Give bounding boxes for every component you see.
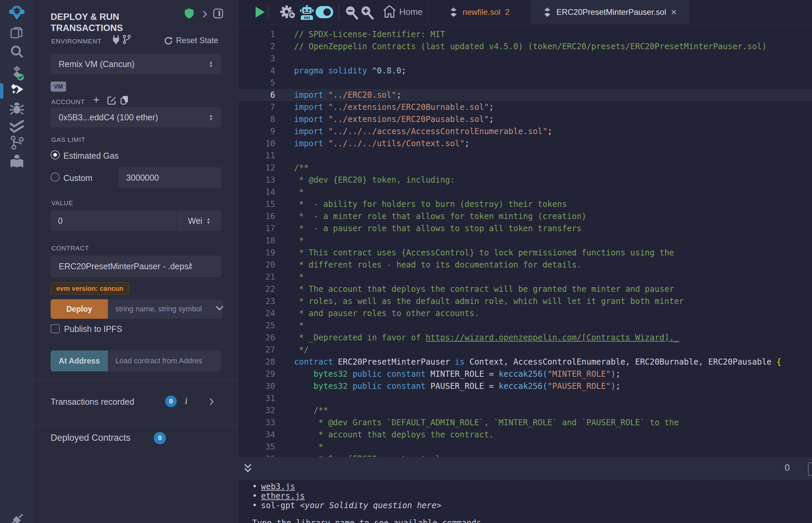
terminal-line: Type the library name to see available c… — [252, 518, 812, 523]
line-number: 9 — [239, 125, 275, 138]
code-line-33[interactable]: 33 * @dev Grants `DEFAULT_ADMIN_ROLE`, `… — [239, 416, 812, 429]
publish-ipfs-label[interactable]: Publish to IPFS — [64, 324, 122, 334]
account-select[interactable]: 0x5B3...eddC4 (100 ether) ▲▼ — [51, 107, 221, 127]
code-line-34[interactable]: 34 * account that deploys the contract. — [239, 429, 812, 441]
code-line-25[interactable]: 25 * — [239, 320, 812, 331]
reset-state-button[interactable]: Reset State — [176, 36, 218, 45]
code-text: contract ERC20PresetMinterPauser is Cont… — [275, 356, 781, 368]
line-number: 30 — [239, 380, 275, 392]
at-address-input[interactable] — [108, 350, 221, 371]
terminal-collapse-icon[interactable] — [244, 462, 252, 474]
tab-newfile[interactable]: newfile.sol 2 — [428, 0, 531, 24]
add-account-icon[interactable]: + — [93, 94, 100, 105]
zoom-out-icon[interactable] — [345, 5, 358, 20]
code-text: * — [275, 271, 304, 283]
solidity-analyzers-icon[interactable] — [0, 119, 34, 135]
code-line-19[interactable]: 19 * This contract uses {AccessControl} … — [239, 247, 812, 259]
code-line-1[interactable]: 1// SPDX-License-Identifier: MIT — [239, 28, 812, 40]
code-line-35[interactable]: 35 * — [239, 441, 812, 453]
close-tab-icon[interactable]: × — [671, 7, 677, 17]
code-line-10[interactable]: 10import "../../../utils/Context.sol"; — [239, 138, 812, 150]
code-line-32[interactable]: 32 /** — [239, 404, 812, 416]
search-icon[interactable] — [0, 44, 34, 60]
code-text: * @dev {ERC20} token, including: — [275, 174, 455, 186]
home-icon[interactable] — [383, 5, 396, 19]
code-line-18[interactable]: 18 * — [239, 235, 812, 247]
code-line-16[interactable]: 16 * - a minter role that allows for tok… — [239, 210, 812, 222]
code-line-20[interactable]: 20 * different roles - head to its docum… — [239, 259, 812, 271]
code-line-24[interactable]: 24 * and pauser roles to other accounts. — [239, 307, 812, 320]
line-number: 11 — [239, 150, 275, 162]
solidity-compiler-icon[interactable] — [0, 65, 34, 82]
transactions-expand-chevron-icon[interactable] — [209, 398, 214, 406]
custom-gas-radio[interactable] — [51, 173, 60, 182]
environment-select[interactable]: Remix VM (Cancun) ▲▼ — [51, 54, 221, 74]
code-line-9[interactable]: 9import "../../../access/AccessControlEn… — [239, 125, 812, 138]
git-icon[interactable] — [0, 135, 34, 150]
code-line-23[interactable]: 23 * roles, as well as the default admin… — [239, 295, 812, 307]
code-line-11[interactable]: 11 — [239, 150, 812, 162]
code-line-2[interactable]: 2// OpenZeppelin Contracts (last updated… — [239, 40, 812, 53]
value-unit-select[interactable]: Wei ▲▼ — [177, 210, 221, 231]
custom-gas-input[interactable] — [119, 167, 221, 188]
transactions-info-icon[interactable]: i — [185, 395, 188, 407]
custom-gas-option[interactable]: Custom — [64, 173, 92, 183]
publish-ipfs-checkbox[interactable] — [51, 324, 60, 333]
debugger-icon[interactable] — [0, 101, 34, 116]
terminal-link[interactable]: web3.js — [261, 482, 295, 491]
code-text — [275, 77, 294, 89]
code-line-29[interactable]: 29 bytes32 public constant MINTER_ROLE =… — [239, 368, 812, 380]
deploy-expand-chevron-icon[interactable] — [215, 305, 224, 311]
code-line-8[interactable]: 8import "../extensions/ERC20Pausable.sol… — [239, 113, 812, 125]
home-tab-label[interactable]: Home — [399, 7, 423, 17]
code-line-7[interactable]: 7import "../extensions/ERC20Burnable.sol… — [239, 101, 812, 113]
code-line-4[interactable]: 4pragma solidity ^0.8.0; — [239, 65, 812, 77]
expand-panel-chevron-icon[interactable] — [202, 10, 207, 18]
value-input[interactable] — [51, 210, 177, 231]
code-line-17[interactable]: 17 * - a pauser role that allows to stop… — [239, 222, 812, 235]
learneth-icon[interactable] — [0, 153, 34, 169]
terminal-listen-checkbox[interactable] — [808, 462, 812, 476]
code-line-28[interactable]: 28contract ERC20PresetMinterPauser is Co… — [239, 356, 812, 368]
code-editor[interactable]: 1// SPDX-License-Identifier: MIT2// Open… — [239, 24, 812, 461]
code-line-13[interactable]: 13 * @dev {ERC20} token, including: — [239, 174, 812, 186]
zoom-in-icon[interactable] — [360, 5, 374, 20]
file-explorer-icon[interactable] — [0, 25, 34, 40]
pin-panel-icon[interactable] — [213, 8, 223, 19]
estimated-gas-option[interactable]: Estimated Gas — [64, 151, 119, 161]
terminal-link[interactable]: ethers.js — [261, 491, 305, 501]
ai-copilot-robot-icon[interactable] — [300, 5, 314, 20]
code-line-31[interactable]: 31 — [239, 392, 812, 404]
run-script-icon[interactable] — [254, 6, 266, 19]
copy-account-icon[interactable] — [120, 96, 129, 105]
code-line-21[interactable]: 21 * — [239, 271, 812, 283]
code-text: * account that deploys the contract. — [275, 429, 494, 441]
deploy-args-input[interactable] — [108, 299, 223, 319]
contract-select[interactable]: ERC20PresetMinterPauser - .deps/ ▲▼ — [51, 255, 221, 277]
reset-state-icon[interactable] — [164, 36, 173, 45]
code-line-22[interactable]: 22 * The account that deploys the contra… — [239, 283, 812, 295]
code-line-27[interactable]: 27 */ — [239, 344, 812, 356]
at-address-button[interactable]: At Address — [51, 350, 108, 371]
script-config-gear-icon[interactable] — [280, 5, 296, 20]
code-line-14[interactable]: 14 * — [239, 186, 812, 198]
code-line-30[interactable]: 30 bytes32 public constant PAUSER_ROLE =… — [239, 380, 812, 392]
deploy-button[interactable]: Deploy — [51, 299, 108, 319]
estimated-gas-radio[interactable] — [51, 150, 60, 159]
select-stepper-icon: ▲▼ — [209, 113, 213, 121]
code-line-5[interactable]: 5 — [239, 77, 812, 89]
ai-copilot-toggle[interactable] — [316, 6, 333, 18]
code-line-3[interactable]: 3 — [239, 53, 812, 65]
code-line-6[interactable]: 6import "../ERC20.sol"; — [239, 89, 812, 101]
edit-account-icon[interactable] — [107, 96, 116, 105]
tab-erc20presetminterpauser[interactable]: ERC20PresetMinterPauser.sol × — [531, 0, 689, 24]
plug-icon[interactable] — [112, 35, 120, 44]
code-line-26[interactable]: 26 * _Deprecated in favor of https://wiz… — [239, 331, 812, 344]
code-line-12[interactable]: 12/** — [239, 162, 812, 174]
plugin-manager-icon[interactable] — [0, 512, 34, 523]
terminal-output[interactable]: •web3.js•ethers.js•sol-gpt <your Solidit… — [239, 480, 812, 523]
fork-environment-icon[interactable] — [122, 35, 131, 44]
code-line-15[interactable]: 15 * - ability for holders to burn (dest… — [239, 198, 812, 210]
remix-logo-icon[interactable] — [0, 4, 34, 20]
deploy-and-run-icon[interactable] — [0, 83, 34, 100]
